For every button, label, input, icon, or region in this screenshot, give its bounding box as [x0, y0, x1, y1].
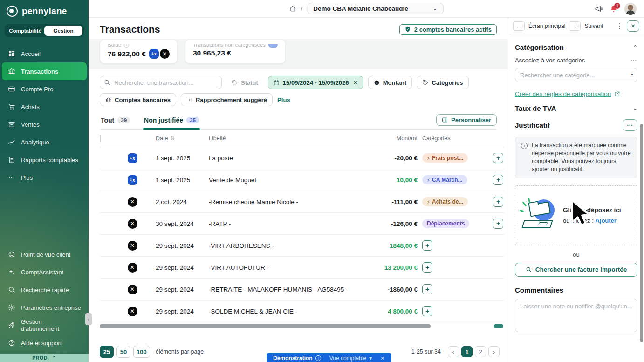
page-size-100[interactable]: 100 [133, 346, 150, 358]
panel-close-button[interactable]: ✕ [627, 20, 639, 32]
sidebar-item-label: Recherche rapide [21, 287, 69, 294]
toggle-gestion[interactable]: Gestion [44, 26, 82, 36]
search-invoice-button[interactable]: Chercher une facture importée [515, 263, 637, 277]
content-row: Transactions 2 comptes bancaires actifs … [89, 18, 644, 362]
filter-statut[interactable]: Statut [226, 76, 263, 89]
toggle-comptabilite[interactable]: Comptabilité [6, 26, 44, 36]
sidebar-item-label: Ventes [21, 121, 40, 128]
sidebar-item-rapports[interactable]: Rapports comptables [0, 151, 89, 169]
prev-page-button[interactable]: ‹ [448, 346, 459, 357]
categorisation-options-button[interactable]: ⋯ [630, 56, 637, 64]
category-badge[interactable]: Déplacements [422, 219, 469, 228]
add-category-button[interactable]: + [493, 197, 503, 207]
categorisation-subtitle-row: Associez à vos catégories ⋯ [515, 56, 637, 64]
ajouter-link[interactable]: Ajouter [595, 217, 617, 224]
more-filters-link[interactable]: Plus [277, 96, 290, 103]
scrollbar-thumb[interactable] [100, 324, 431, 328]
filter-comptes-bancaires[interactable]: Comptes bancaires [100, 93, 176, 106]
next-page-button[interactable]: › [488, 346, 500, 357]
brand-logo[interactable]: pennylane [0, 0, 89, 19]
filter-date-range[interactable]: 15/09/2024 - 15/09/2026 ✕ [268, 76, 363, 89]
environment-bar[interactable]: PROD. ⌃ [0, 354, 89, 362]
sidebar-item-recherche-rapide[interactable]: Recherche rapide [0, 281, 89, 299]
table-row[interactable]: ✕ 30 sept. 2024 -RATP - -126,00 € Déplac… [100, 213, 504, 235]
panel-scrollbar[interactable] [640, 124, 643, 342]
table-row[interactable]: ✕ 2 oct. 2024 -Remise cheque Mamie Nicol… [100, 191, 504, 213]
tab-non-justifiee[interactable]: Non justifiée 35 [143, 114, 200, 129]
column-date[interactable]: Date ⇅ [149, 135, 209, 142]
add-category-button[interactable]: + [493, 219, 503, 229]
sidebar-item-plus[interactable]: Plus [0, 169, 89, 186]
sidebar-item-aide[interactable]: Aide et support [0, 334, 89, 352]
expand-icon[interactable]: ⌄ [633, 105, 637, 112]
justificatif-options-button[interactable]: ⋯ [623, 119, 637, 131]
add-category-button[interactable]: + [422, 240, 432, 251]
tag-icon [232, 80, 238, 86]
category-badge[interactable]: ⚡Frais post... [422, 153, 468, 163]
page-1-button[interactable]: 1 [461, 346, 473, 357]
filter-rapprochement[interactable]: Rapprochement suggéré [181, 93, 273, 106]
home-icon[interactable] [289, 5, 296, 12]
back-button[interactable]: ← [513, 21, 525, 31]
add-category-button[interactable]: + [493, 175, 503, 185]
company-selector[interactable]: Demo CBA Mélanie Chabeaudie ⌄ [307, 3, 443, 14]
announcements-button[interactable] [595, 5, 603, 13]
filter-montant[interactable]: $ Montant [368, 76, 412, 89]
panel-menu-button[interactable]: ⋮ [616, 22, 623, 30]
add-category-button[interactable]: + [422, 262, 432, 273]
page-size-25[interactable]: 25 [100, 346, 114, 358]
sidebar-item-label: Achats [21, 103, 40, 110]
table-row[interactable]: ✕ 29 sept. 2024 -VIRT AUTOFUTUR - 13 200… [100, 257, 504, 279]
page-2-button[interactable]: 2 [475, 346, 486, 357]
sidebar-item-point-de-vue-client[interactable]: Point de vue client [0, 246, 89, 263]
table-row[interactable]: +x 1 sept. 2025 Vente de Muguet 10,00 € … [100, 169, 504, 191]
sidebar-item-abonnement[interactable]: Gestion d'abonnement [0, 316, 89, 334]
sidebar-collapse-handle[interactable]: ‹ [85, 313, 92, 325]
info-icon: i [315, 355, 321, 361]
justificatif-section-header: Justificatif ⋯ [515, 119, 637, 131]
table-row[interactable]: ✕ 29 sept. 2024 -VIRT ARBORESENS - 1848,… [100, 235, 504, 257]
transaction-search-input[interactable] [100, 76, 222, 89]
sidebar-item-comptassistant[interactable]: ComptAssistant [0, 263, 89, 281]
category-search-input[interactable] [515, 68, 637, 82]
transaction-label: Vente de Muguet [209, 177, 370, 184]
transaction-amount: -111,00 € [370, 198, 422, 205]
page-size-50[interactable]: 50 [116, 346, 130, 358]
sidebar-item-parametres[interactable]: Paramètres entreprise [0, 299, 89, 316]
notifications-button[interactable]: 1 [610, 5, 618, 13]
collapse-icon[interactable]: ⌃ [633, 44, 637, 51]
select-all-checkbox[interactable] [100, 135, 101, 142]
sidebar-item-achats[interactable]: Achats [0, 98, 89, 116]
sidebar-item-analytique[interactable]: Analytique [0, 133, 89, 151]
filter-categories[interactable]: Catégories [417, 76, 468, 89]
sidebar-item-label: Plus [21, 174, 33, 181]
demo-close-button[interactable]: ✕ [380, 355, 384, 362]
add-category-button[interactable]: + [422, 306, 432, 316]
receipt-dropzone[interactable]: Glissez-déposez ici ou cliquez : Ajouter [515, 185, 637, 245]
topbar-icons: 1 [595, 3, 644, 15]
active-accounts-badge[interactable]: 2 comptes bancaires actifs [399, 24, 497, 35]
table-row[interactable]: +x 1 sept. 2025 La poste -20,00 € ⚡Frais… [100, 147, 504, 169]
sidebar-item-compte-pro[interactable]: Compte Pro [0, 80, 89, 98]
tab-tout[interactable]: Tout 39 [100, 114, 131, 129]
next-down-button[interactable]: ↓ [569, 21, 581, 31]
sidebar-item-ventes[interactable]: Ventes [0, 116, 89, 133]
create-rules-link[interactable]: Créer des règles de catégorisation [515, 90, 611, 97]
category-badge[interactable]: ⚡Achats de... [422, 197, 468, 206]
personnaliser-button[interactable]: Personnaliser [436, 114, 497, 126]
scrollbar-end-cap[interactable] [494, 324, 503, 328]
uncategorized-card: Transactions non catégorisées 30 965,23 … [185, 39, 286, 64]
view-selector[interactable]: Vue comptable ▾ [329, 355, 372, 362]
table-row[interactable]: ✕ 29 sept. 2024 -SOLDE MICHEL & JEAN CIE… [100, 301, 504, 322]
clear-date-filter-icon[interactable]: ✕ [354, 80, 358, 86]
sidebar-item-transactions[interactable]: Transactions [2, 62, 87, 80]
table-row[interactable]: ✕ 29 sept. 2024 -RETRAITE - MALAKOFF HUM… [100, 279, 504, 301]
sidebar-item-accueil[interactable]: Accueil [0, 45, 89, 62]
balance-card: Solde i 76 922,00 € +x ✕ [100, 39, 178, 64]
add-category-button[interactable]: + [493, 153, 503, 163]
add-category-button[interactable]: + [422, 284, 432, 294]
avatar[interactable] [624, 3, 637, 15]
category-badge[interactable]: ⚡CA March... [422, 175, 467, 184]
comment-textarea[interactable] [515, 299, 637, 332]
transaction-amount: 4 800,00 € [370, 308, 422, 315]
